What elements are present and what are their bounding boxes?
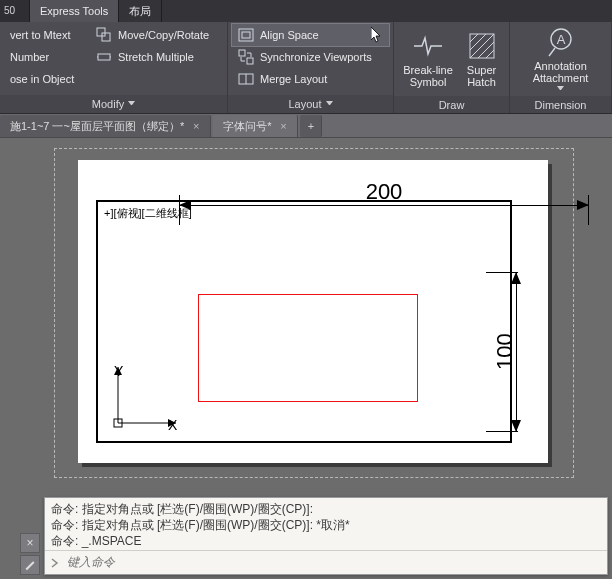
sync-viewports-label: Synchronize Viewports [260,51,372,63]
move-copy-rotate-icon [96,27,112,43]
auto-number-button[interactable]: Number [4,46,90,68]
break-line-label: Break-line Symbol [398,64,458,88]
merge-layout-icon [238,71,254,87]
panel-dimension: A Annotation Attachment Dimension [510,22,612,113]
command-history-line: 命令: _.MSPACE [51,533,601,549]
close-command-window-icon[interactable]: × [20,533,40,553]
break-line-symbol-button[interactable]: Break-line Symbol [398,24,458,94]
auto-number-label: Number [10,51,49,63]
ribbon-tab-layout-cn[interactable]: 布局 [119,0,162,22]
annotation-attachment-button[interactable]: A Annotation Attachment [521,24,601,94]
close-icon[interactable]: × [190,120,202,132]
align-space-button[interactable]: Align Space [232,24,389,46]
merge-layout-label: Merge Layout [260,73,327,85]
command-history: 命令: 指定对角点或 [栏选(F)/圈围(WP)/圈交(CP)]: 命令: 指定… [45,498,607,550]
doc-tab-1-label: 施1-1~7 一~屋面层平面图（绑定）* [10,119,184,134]
command-input-row [45,550,607,574]
move-copy-rotate-button[interactable]: Move/Copy/Rotate [90,24,215,46]
ribbon-tab-express-tools[interactable]: Express Tools [30,0,119,22]
dropdown-icon [557,86,564,93]
ucs-x-label: X [168,417,177,433]
document-tabs: 施1-1~7 一~屋面层平面图（绑定）* × 字体问号* × + [0,114,612,138]
command-history-line: 命令: 指定对角点或 [栏选(F)/圈围(WP)/圈交(CP)]: *取消* [51,517,601,533]
enclose-in-object-button[interactable]: ose in Object [4,68,90,90]
super-hatch-icon [466,30,498,62]
panel-draw: Break-line Symbol Super Hatch Draw [394,22,510,113]
command-history-line: 命令: 指定对角点或 [栏选(F)/圈围(WP)/圈交(CP)]: [51,501,601,517]
convert-to-mtext-button[interactable]: vert to Mtext [4,24,90,46]
align-space-label: Align Space [260,29,319,41]
align-space-icon [238,27,254,43]
panel-modify-title[interactable]: Modify [0,95,227,113]
svg-rect-4 [242,32,250,38]
panel-draw-title: Draw [394,96,509,113]
command-chevron-icon [49,556,63,570]
dropdown-icon [128,101,135,108]
svg-rect-1 [102,33,110,41]
ribbon-tabstrip: 50 Express Tools 布局 [0,0,612,22]
paper-sheet: 200 100 +][俯视][二维线框] X Y [78,160,548,463]
ucs-y-label: Y [114,363,123,379]
merge-layout-button[interactable]: Merge Layout [232,68,389,90]
command-window-handles[interactable]: × [18,533,42,575]
viewport-label[interactable]: +][俯视][二维线框] [104,206,192,221]
super-hatch-button[interactable]: Super Hatch [458,24,505,94]
break-line-icon [412,30,444,62]
command-window-settings-icon[interactable] [20,555,40,575]
svg-rect-3 [239,29,253,41]
svg-rect-5 [239,50,245,56]
close-icon[interactable]: × [277,120,289,132]
move-copy-rotate-label: Move/Copy/Rotate [118,29,209,41]
stretch-multiple-button[interactable]: Stretch Multiple [90,46,215,68]
red-rectangle [198,294,418,402]
svg-rect-0 [97,28,105,36]
annotation-attachment-label: Annotation Attachment [521,60,601,84]
panel-dimension-title: Dimension [510,96,611,113]
dropdown-icon [326,101,333,108]
sync-viewports-icon [238,49,254,65]
panel-layout: Align Space Synchronize Viewports Merge … [228,22,394,113]
enclose-in-object-label: ose in Object [10,73,74,85]
new-doc-tab-button[interactable]: + [300,115,322,137]
doc-tab-2[interactable]: 字体问号* × [213,115,298,137]
synchronize-viewports-button[interactable]: Synchronize Viewports [232,46,389,68]
doc-tab-1[interactable]: 施1-1~7 一~屋面层平面图（绑定）* × [0,115,211,137]
drawing-canvas[interactable]: 200 100 +][俯视][二维线框] X Y [0,138,612,491]
command-window[interactable]: 命令: 指定对角点或 [栏选(F)/圈围(WP)/圈交(CP)]: 命令: 指定… [44,497,608,575]
ribbon: vert to Mtext Number ose in Object Move/… [0,22,612,114]
annotation-attachment-icon: A [545,26,577,58]
app-button-fragment: 50 [0,0,30,22]
doc-tab-2-label: 字体问号* [223,119,271,134]
command-input[interactable] [67,555,603,570]
convert-to-mtext-label: vert to Mtext [10,29,71,41]
svg-rect-2 [98,54,110,60]
panel-modify: vert to Mtext Number ose in Object Move/… [0,22,228,113]
super-hatch-label: Super Hatch [458,64,505,88]
svg-text:A: A [556,32,565,47]
stretch-multiple-label: Stretch Multiple [118,51,194,63]
panel-layout-title[interactable]: Layout [228,95,393,113]
svg-rect-6 [247,58,253,64]
drawing-frame: +][俯视][二维线框] X Y [96,200,512,443]
mouse-cursor-icon [371,27,383,43]
stretch-multiple-icon [96,49,112,65]
